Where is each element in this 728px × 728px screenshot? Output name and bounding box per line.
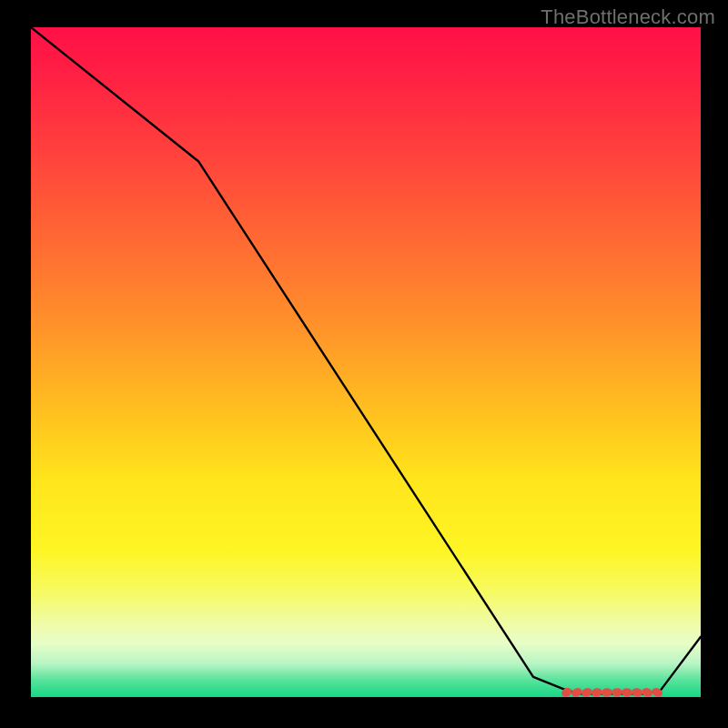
marker-dot xyxy=(570,686,583,697)
chart-svg xyxy=(31,27,701,697)
marker-dot xyxy=(602,688,613,697)
chart-frame: TheBottleneck.com xyxy=(0,0,728,728)
marker-dot xyxy=(591,687,603,697)
marker-group xyxy=(560,686,663,697)
marker-dot xyxy=(622,688,633,697)
bottleneck-curve xyxy=(31,27,701,693)
marker-dot xyxy=(641,687,653,697)
watermark-label: TheBottleneck.com xyxy=(541,5,715,29)
plot-area xyxy=(31,27,701,697)
marker-dot xyxy=(581,687,593,697)
marker-dot xyxy=(631,687,643,697)
marker-dot xyxy=(612,688,622,696)
